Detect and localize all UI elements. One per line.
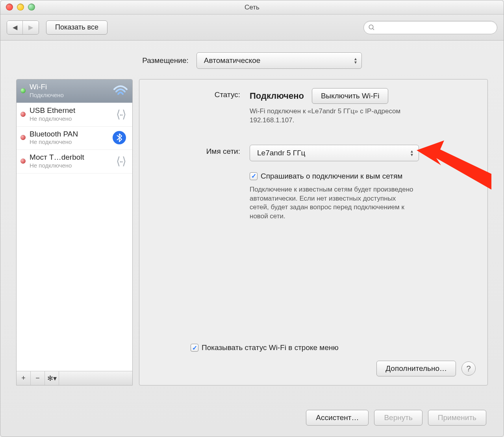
network-name-label: Имя сети: [151,145,250,156]
svg-point-0 [369,25,373,29]
sidebar-item-status: Не подключено [30,115,109,122]
location-popup[interactable]: Автоматическое ▲▼ [196,52,362,69]
back-button[interactable]: ◀ [7,21,23,34]
bluetooth-icon [113,131,128,144]
sidebar-item-wifi[interactable]: Wi-Fi Подключено [17,79,132,103]
sidebar-footer: + − ✻▾ [17,371,132,385]
close-button[interactable] [6,4,13,11]
window-footer: Ассистент… Вернуть Применить [0,410,504,426]
location-label: Размещение: [142,56,189,65]
nav-segment: ◀ ▶ [7,20,39,35]
sidebar-item-label: Wi-Fi [30,83,109,92]
assistant-button[interactable]: Ассистент… [306,410,369,426]
sidebar-item-bluetooth-pan[interactable]: Bluetooth PAN Не подключено [17,127,132,150]
sidebar-item-status: Не подключено [30,162,109,169]
forward-button[interactable]: ▶ [23,21,39,34]
location-row: Размещение: Автоматическое ▲▼ [0,41,504,76]
interface-actions-button[interactable]: ✻▾ [45,371,59,385]
status-label: Статус: [151,88,250,99]
toolbar: ◀ ▶ Показать все [0,15,504,41]
sidebar-item-status: Не подключено [30,138,109,146]
minimize-button[interactable] [17,4,24,11]
svg-line-1 [372,28,374,30]
minus-icon: − [35,374,40,382]
sidebar-item-usb-ethernet[interactable]: USB Ethernet Не подключено ⟨··⟩ [17,103,132,127]
apply-button[interactable]: Применить [428,410,486,426]
status-dot-icon [20,159,26,164]
window-title: Сеть [0,4,504,11]
network-name-value: Le7andr 5 ГГц [257,149,305,157]
interface-sidebar: Wi-Fi Подключено USB Ethernet Не подключ… [16,79,133,385]
search-input[interactable] [363,21,497,34]
content-area: Wi-Fi Подключено USB Ethernet Не подключ… [16,79,488,385]
remove-interface-button[interactable]: − [31,371,45,385]
plus-icon: + [21,374,26,382]
status-dot-icon [20,135,26,140]
sidebar-item-thunderbolt-bridge[interactable]: Мост T…derbolt Не подключено ⟨··⟩ [17,150,132,173]
add-interface-button[interactable]: + [17,371,31,385]
zoom-button[interactable] [28,4,35,11]
ask-join-description: Подключение к известным сетям будет прои… [250,185,415,221]
sidebar-item-label: Bluetooth PAN [30,130,109,139]
status-dot-icon [20,88,26,93]
interface-list: Wi-Fi Подключено USB Ethernet Не подключ… [17,79,132,371]
traffic-lights [6,4,35,11]
ask-join-checkbox[interactable] [250,172,258,180]
gear-icon: ✻▾ [47,374,57,382]
search-icon [368,24,375,33]
revert-button[interactable]: Вернуть [374,410,422,426]
ethernet-icon: ⟨··⟩ [113,155,128,168]
sidebar-item-label: Мост T…derbolt [30,153,109,162]
question-icon: ? [466,364,471,373]
sidebar-item-label: USB Ethernet [30,106,109,115]
toggle-wifi-button[interactable]: Выключить Wi-Fi [312,88,388,104]
chevron-left-icon: ◀ [13,24,17,31]
ask-join-label: Спрашивать о подключении к вым сетям [261,171,402,181]
status-value: Подключено [250,91,304,101]
help-button[interactable]: ? [461,361,476,376]
advanced-button[interactable]: Дополнительно… [376,361,456,376]
network-name-popup[interactable]: Le7andr 5 ГГц ▲▼ [250,145,419,161]
chevron-right-icon: ▶ [28,24,33,31]
location-value: Автоматическое [204,56,261,65]
show-menu-status-label: Показывать статус Wi-Fi в строке меню [202,343,339,353]
wifi-icon [113,85,128,96]
status-description: Wi-Fi подключен к «Le7andr 5 ГГц» с IP-а… [250,107,415,125]
ethernet-icon: ⟨··⟩ [113,108,128,121]
show-menu-status-checkbox[interactable] [191,344,198,352]
popup-stepper-icon: ▲▼ [410,149,414,157]
network-preferences-window: Сеть ◀ ▶ Показать все Размещение: Автома… [0,0,504,437]
titlebar: Сеть [0,0,504,15]
show-all-button[interactable]: Показать все [46,20,107,35]
status-dot-icon [20,112,26,117]
detail-pane: Статус: Подключено Выключить Wi-Fi Wi-Fi… [139,79,488,385]
sidebar-item-status: Подключено [30,92,109,99]
popup-stepper-icon: ▲▼ [354,57,358,64]
